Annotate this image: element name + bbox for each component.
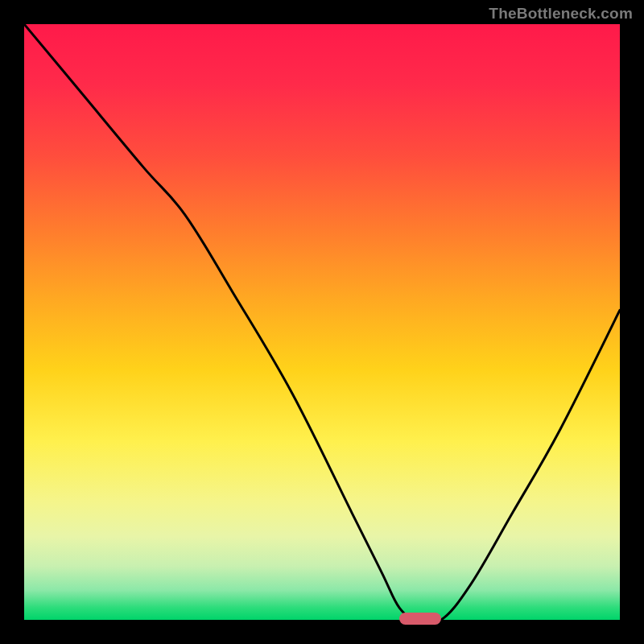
watermark-text: TheBottleneck.com: [489, 5, 633, 23]
optimal-range-marker: [399, 613, 441, 625]
bottleneck-curve-svg: [24, 24, 620, 620]
bottleneck-curve-line: [24, 24, 620, 620]
plot-area: [24, 24, 620, 620]
chart-container: TheBottleneck.com: [0, 0, 644, 644]
